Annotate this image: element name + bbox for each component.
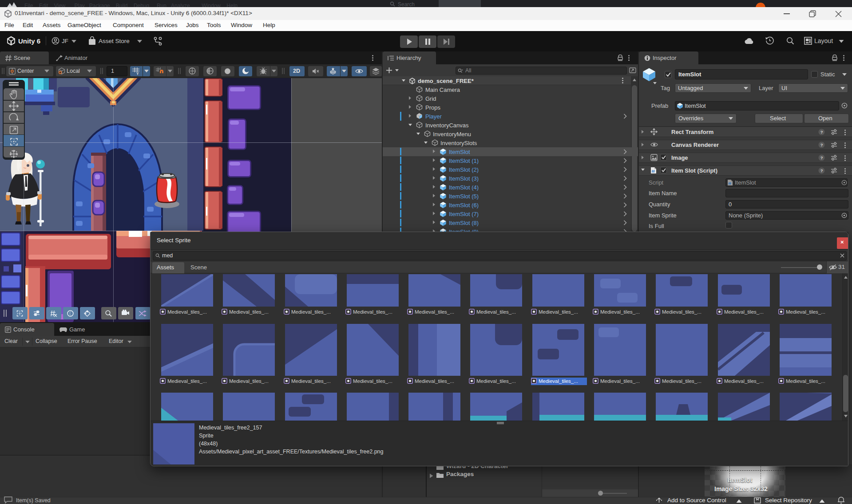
svg-text:?: ? — [820, 130, 823, 134]
svg-text:?: ? — [820, 155, 823, 160]
svg-text:Y: Y — [136, 71, 139, 75]
svg-text:?: ? — [820, 142, 823, 147]
svg-text:?: ? — [820, 168, 823, 173]
